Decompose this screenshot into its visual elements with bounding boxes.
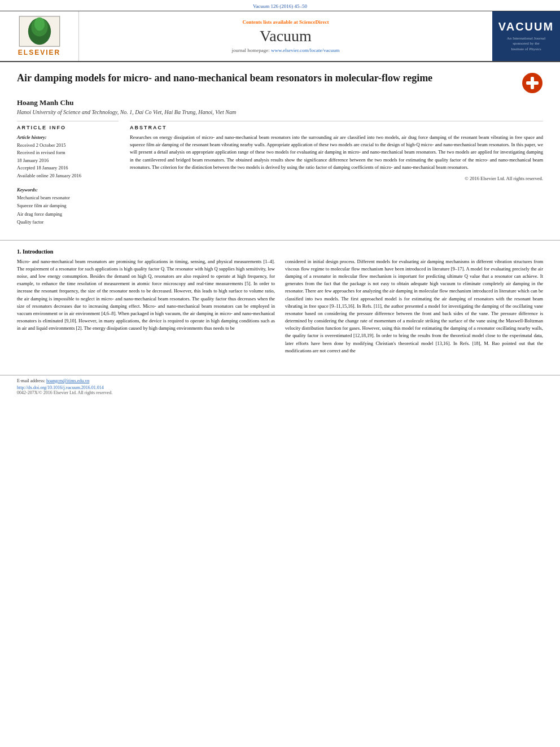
issn-line: 0042-207X/© 2016 Elsevier Ltd. All right… — [17, 390, 543, 395]
keywords-label: Keywords: — [17, 186, 119, 194]
keyword-1: Mechanical beam resonator — [17, 194, 119, 202]
copyright-line: © 2016 Elsevier Ltd. All rights reserved… — [130, 176, 543, 181]
vacuum-badge-subtitle: An International Journal sponsored by th… — [507, 36, 545, 51]
email-label: E-mail address: — [17, 378, 45, 383]
elsevier-logo-box: ELSEVIER — [5, 16, 74, 56]
keyword-3: Air drag force damping — [17, 210, 119, 218]
available-date: Available online 20 January 2016 — [17, 172, 119, 180]
crossmark-icon[interactable] — [522, 72, 543, 94]
intro-col2-p1: considered in initial design process. Di… — [285, 258, 543, 355]
abstract-text: Researches on energy dissipation of micr… — [130, 134, 543, 171]
author-affiliation: Hanoi University of Science and Technolo… — [17, 109, 543, 115]
svg-rect-8 — [531, 77, 534, 89]
keyword-4: Quality factor — [17, 218, 119, 226]
section-divider — [0, 240, 560, 241]
email-link[interactable]: hoangcm@itims.edu.vn — [46, 378, 89, 383]
intro-col-left: Micro- and nano-mechanical beam resonato… — [17, 258, 275, 358]
article-title-row: Air damping models for micro- and nano-m… — [17, 71, 543, 94]
journal-title: Vacuum — [260, 27, 312, 45]
intro-two-col: Micro- and nano-mechanical beam resonato… — [17, 258, 543, 358]
vacuum-badge-text: VACUUM — [498, 20, 554, 33]
footnote-area: E-mail address: hoangcm@itims.edu.vn htt… — [0, 375, 560, 395]
received-date: Received 2 October 2015 — [17, 142, 119, 150]
svg-point-4 — [34, 18, 44, 31]
sciencedirect-link: Contents lists available at ScienceDirec… — [243, 19, 329, 25]
elsevier-logo-area: ELSEVIER — [0, 11, 79, 61]
article-body: Air damping models for micro- and nano-m… — [0, 62, 560, 232]
keywords-list: Keywords: Mechanical beam resonator Sque… — [17, 186, 119, 226]
article-main: 1. Introduction Micro- and nano-mechanic… — [0, 248, 560, 369]
intro-col-right: considered in initial design process. Di… — [285, 258, 543, 358]
article-title: Air damping models for micro- and nano-m… — [17, 71, 515, 85]
elsevier-wordmark: ELSEVIER — [18, 49, 60, 56]
revised-label: Received in revised form — [17, 149, 119, 157]
homepage-url[interactable]: www.elsevier.com/locate/vacuum — [271, 47, 339, 53]
homepage-link: journal homepage: www.elsevier.com/locat… — [232, 47, 340, 53]
email-line: E-mail address: hoangcm@itims.edu.vn — [17, 378, 543, 383]
intro-col1-p1: Micro- and nano-mechanical beam resonato… — [17, 258, 275, 333]
accepted-date: Accepted 18 January 2016 — [17, 164, 119, 172]
journal-title-area: Contents lists available at ScienceDirec… — [79, 11, 492, 61]
author-name: Hoang Manh Chu — [17, 98, 543, 107]
doi-link[interactable]: http://dx.doi.org/10.1016/j.vacuum.2016.… — [17, 385, 543, 390]
journal-citation-bar: Vacuum 126 (2016) 45–50 — [0, 0, 560, 11]
vacuum-badge-area: VACUUM An International Journal sponsore… — [492, 11, 560, 61]
article-info-col: Article Info Article history: Received 2… — [17, 121, 119, 226]
homepage-label: journal homepage: — [232, 47, 270, 53]
intro-heading: 1. Introduction — [17, 248, 543, 255]
abstract-col: Abstract Researches on energy dissipatio… — [130, 121, 543, 226]
history-label: Article history: — [17, 134, 119, 142]
journal-header: ELSEVIER Contents lists available at Sci… — [0, 11, 560, 62]
article-info-abstract-row: Article Info Article history: Received 2… — [17, 121, 543, 226]
sciencedirect-label[interactable]: ScienceDirect — [299, 19, 329, 25]
contents-text: Contents lists available at — [243, 19, 298, 25]
journal-citation-text: Vacuum 126 (2016) 45–50 — [253, 3, 307, 9]
article-history: Article history: Received 2 October 2015… — [17, 134, 119, 180]
revised-date: 18 January 2016 — [17, 157, 119, 165]
article-info-heading: Article Info — [17, 125, 119, 130]
keyword-2: Squeeze film air damping — [17, 202, 119, 209]
elsevier-tree-icon — [17, 16, 62, 47]
abstract-heading: Abstract — [130, 125, 543, 130]
